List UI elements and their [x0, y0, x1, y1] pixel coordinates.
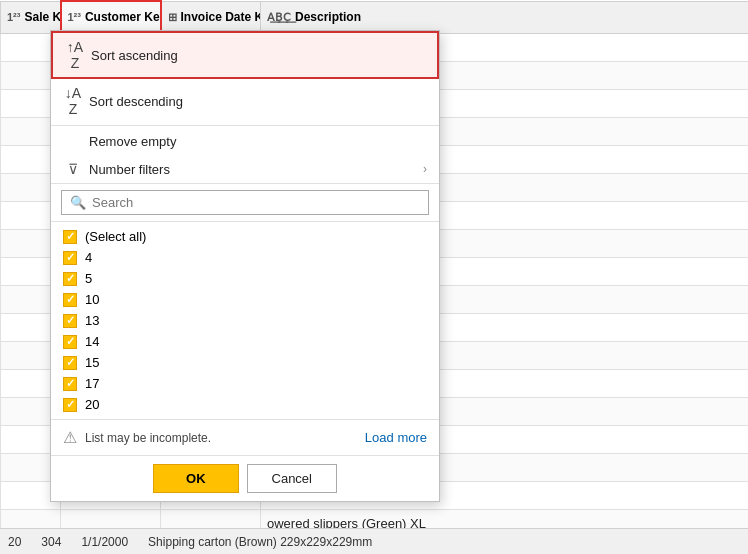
remove-empty-item[interactable]: Remove empty — [51, 128, 439, 155]
checkbox-item[interactable]: ✓ 20 — [51, 394, 439, 415]
button-bar: OK Cancel — [51, 455, 439, 501]
checkmark: ✓ — [66, 356, 75, 369]
customer-key-label: Customer Key — [85, 10, 161, 24]
sort-ascending-item[interactable]: ↑AZ Sort ascending — [51, 31, 439, 79]
checkmark: ✓ — [66, 230, 75, 243]
sort-ascending-label: Sort ascending — [91, 48, 178, 63]
search-icon: 🔍 — [70, 195, 86, 210]
checkmark: ✓ — [66, 314, 75, 327]
col-header-invoice-date-key[interactable]: ⊞ Invoice Date Key ▼ — [161, 1, 261, 33]
checkmark: ✓ — [66, 377, 75, 390]
checkbox-label: 14 — [85, 334, 99, 349]
checkbox-icon: ✓ — [63, 314, 77, 328]
incomplete-bar: ⚠ List may be incomplete. Load more — [51, 419, 439, 455]
incomplete-text: List may be incomplete. — [85, 431, 211, 445]
checkbox-label: 5 — [85, 271, 92, 286]
checkbox-label: 4 — [85, 250, 92, 265]
sort-descending-item[interactable]: ↓AZ Sort descending — [51, 79, 439, 123]
ok-button[interactable]: OK — [153, 464, 239, 493]
invoice-date-icon: ⊞ — [168, 11, 177, 24]
status-description: Shipping carton (Brown) 229x229x229mm — [148, 535, 372, 549]
filter-icon: ⊽ — [63, 161, 83, 177]
sale-key-icon: 1²³ — [7, 11, 20, 23]
status-sale: 20 — [8, 535, 21, 549]
cancel-button[interactable]: Cancel — [247, 464, 337, 493]
number-filters-label: Number filters — [89, 162, 170, 177]
checkbox-item[interactable]: ✓ 5 — [51, 268, 439, 289]
filter-dropdown-panel: ↑AZ Sort ascending ↓AZ Sort descending R… — [50, 30, 440, 502]
checkbox-label: 20 — [85, 397, 99, 412]
invoice-date-label: Invoice Date Key — [181, 10, 261, 24]
checkbox-item[interactable]: ✓ 10 — [51, 289, 439, 310]
checkbox-icon: ✓ — [63, 293, 77, 307]
status-invoice: 1/1/2000 — [81, 535, 128, 549]
checkbox-label: 15 — [85, 355, 99, 370]
checkbox-item[interactable]: ✓ (Select all) — [51, 226, 439, 247]
status-bar: 20 304 1/1/2000 Shipping carton (Brown) … — [0, 528, 748, 554]
checkmark: ✓ — [66, 335, 75, 348]
checkbox-label: (Select all) — [85, 229, 146, 244]
checkbox-label: 10 — [85, 292, 99, 307]
checkmark: ✓ — [66, 272, 75, 285]
status-customer: 304 — [41, 535, 61, 549]
search-input[interactable] — [92, 195, 420, 210]
sale-key-label: Sale Key — [24, 10, 60, 24]
checkbox-label: 17 — [85, 376, 99, 391]
checkmark: ✓ — [66, 251, 75, 264]
checkbox-icon: ✓ — [63, 398, 77, 412]
remove-empty-label: Remove empty — [89, 134, 176, 149]
checkmark: ✓ — [66, 293, 75, 306]
customer-key-icon: 1²³ — [68, 11, 81, 23]
sort-descending-icon: ↓AZ — [63, 85, 83, 117]
checkbox-item[interactable]: ✓ 13 — [51, 310, 439, 331]
checkbox-label: 13 — [85, 313, 99, 328]
search-container: 🔍 — [51, 183, 439, 222]
checkmark: ✓ — [66, 398, 75, 411]
warning-icon: ⚠ — [63, 428, 77, 447]
number-filters-arrow: › — [423, 162, 427, 176]
checkbox-icon: ✓ — [63, 335, 77, 349]
checkbox-icon: ✓ — [63, 251, 77, 265]
checkbox-list: ✓ (Select all) ✓ 4 ✓ 5 ✓ 10 ✓ 13 ✓ — [51, 222, 439, 419]
checkbox-item[interactable]: ✓ 17 — [51, 373, 439, 394]
checkbox-item[interactable]: ✓ 4 — [51, 247, 439, 268]
description-label: Description — [295, 10, 361, 24]
checkbox-item[interactable]: ✓ 14 — [51, 331, 439, 352]
sort-descending-label: Sort descending — [89, 94, 183, 109]
col-header-description[interactable]: A͟B͟C͟ Description — [261, 1, 749, 33]
description-icon: A͟B͟C͟ — [267, 11, 291, 24]
sort-ascending-icon: ↑AZ — [65, 39, 85, 71]
divider-1 — [51, 125, 439, 126]
load-more-link[interactable]: Load more — [365, 430, 427, 445]
number-filters-item[interactable]: ⊽ Number filters › — [51, 155, 439, 183]
checkbox-icon: ✓ — [63, 377, 77, 391]
search-box[interactable]: 🔍 — [61, 190, 429, 215]
checkbox-icon: ✓ — [63, 272, 77, 286]
checkbox-item[interactable]: ✓ 15 — [51, 352, 439, 373]
col-header-customer-key[interactable]: 1²³ Customer Key ▼ — [61, 1, 161, 33]
col-header-sale-key[interactable]: 1²³ Sale Key ▼ — [1, 1, 61, 33]
checkbox-icon: ✓ — [63, 230, 77, 244]
checkbox-icon: ✓ — [63, 356, 77, 370]
